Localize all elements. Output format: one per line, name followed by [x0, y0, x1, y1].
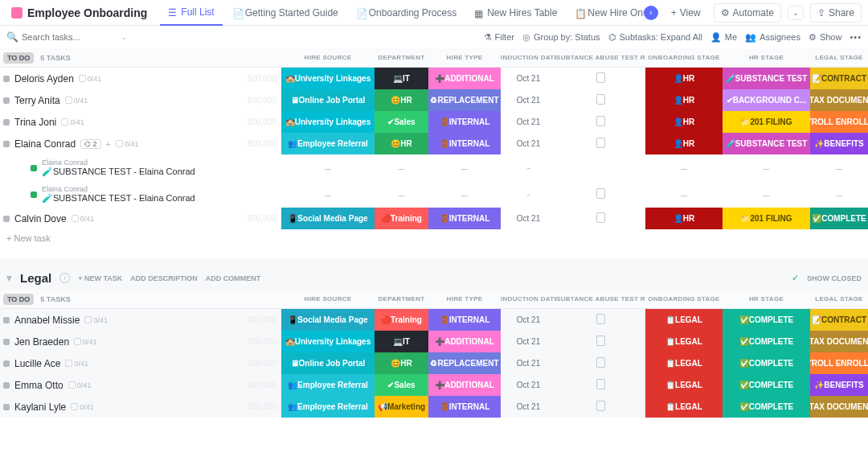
task-name-cell[interactable]: Elaina Conrad ⌬ 2+ 0/41	[0, 138, 201, 150]
status-dot[interactable]	[3, 360, 10, 367]
substance-test-cell[interactable]	[556, 401, 645, 414]
department-badge[interactable]: 💻IT	[375, 68, 428, 89]
hire-type-badge[interactable]: ➕ADDITIONAL	[428, 68, 501, 89]
hire-type-badge[interactable]: ➕ADDITIONAL	[428, 331, 501, 352]
induction-date[interactable]: Oct 21	[501, 96, 556, 105]
substance-test-cell[interactable]	[556, 116, 645, 129]
department-badge[interactable]: ✔Sales	[375, 374, 428, 396]
automate-dropdown[interactable]: ⌄	[788, 6, 804, 20]
status-dot[interactable]	[3, 404, 10, 410]
legal-stage-badge[interactable]: 📄TAX DOCUMENTS	[810, 396, 868, 418]
onboarding-stage-badge[interactable]: 📋LEGAL	[645, 331, 723, 352]
me-button[interactable]: 👤Me	[710, 32, 737, 43]
department-badge[interactable]: 🔴Training	[375, 309, 428, 331]
induction-date[interactable]: Oct 21	[501, 402, 556, 411]
task-name-cell[interactable]: Terry Anita 0/41	[0, 95, 201, 106]
new-task-action[interactable]: + NEW TASK	[78, 274, 122, 282]
search-dropdown[interactable]: ⌄	[121, 34, 127, 41]
substance-test-cell[interactable]	[556, 357, 645, 370]
hire-source-badge[interactable]: 📱Social Media Page	[281, 208, 375, 229]
legal-stage-badge[interactable]: 📄TAX DOCUMENTS	[810, 89, 868, 111]
group-by-button[interactable]: ◎Group by: Status	[522, 32, 600, 43]
status-dot[interactable]	[3, 141, 10, 147]
info-icon[interactable]: i	[59, 273, 70, 283]
task-name-cell[interactable]: Kaylani Lyle 0/41	[0, 401, 201, 413]
automate-button[interactable]: ⚙Automate	[714, 3, 781, 23]
legal-stage-badge[interactable]: ✨BENEFITS	[810, 133, 868, 154]
induction-date[interactable]: Oct 21	[501, 337, 556, 346]
hire-type-badge[interactable]: ♻REPLACEMENT	[428, 89, 501, 111]
onboarding-stage-badge[interactable]: 👤HR	[645, 89, 723, 111]
add-subtask-button[interactable]: +	[106, 139, 111, 149]
induction-date[interactable]: Oct 21	[501, 315, 556, 324]
onboarding-stage-badge[interactable]: 📋LEGAL	[645, 374, 723, 396]
hire-source-badge[interactable]: 🖥Online Job Portal	[281, 352, 375, 374]
subtasks-button[interactable]: ⌬Subtasks: Expand All	[608, 32, 702, 43]
subtask-name-cell[interactable]: Elaina Conrad🧪SUBSTANCE TEST - Elaina Co…	[0, 185, 201, 204]
new-task-button[interactable]: + New task	[0, 229, 868, 247]
hr-stage-badge[interactable]: ✅COMPLETE	[723, 396, 810, 418]
assignees-button[interactable]: 👥Assignees	[745, 32, 800, 43]
onboarding-stage-badge[interactable]: 📋LEGAL	[645, 396, 723, 418]
status-dot[interactable]	[3, 339, 10, 345]
search-input[interactable]	[22, 30, 118, 44]
status-dot[interactable]	[3, 382, 10, 389]
hr-stage-badge[interactable]: ✅COMPLETE	[723, 374, 810, 396]
substance-test-cell[interactable]	[556, 72, 645, 85]
hire-source-badge[interactable]: 👥Employee Referral	[281, 374, 375, 396]
hire-source-badge[interactable]: 🏫University Linkages	[281, 111, 375, 133]
filter-button[interactable]: ⚗Filter	[484, 32, 514, 43]
department-badge[interactable]: 😊HR	[375, 352, 428, 374]
hire-source-badge[interactable]: 🖥Online Job Portal	[281, 89, 375, 111]
induction-date[interactable]: Oct 21	[501, 139, 556, 148]
add-description-action[interactable]: ADD DESCRIPTION	[130, 274, 198, 282]
department-badge[interactable]: 💻IT	[375, 331, 428, 352]
collapse-icon[interactable]: ▶	[6, 275, 14, 281]
status-dot[interactable]	[3, 97, 10, 104]
induction-date[interactable]: Oct 21	[501, 74, 556, 83]
hr-stage-badge[interactable]: 📁201 FILING	[723, 111, 810, 133]
hire-source-badge[interactable]: 👥Employee Referral	[281, 133, 375, 154]
tab-new-hire-form[interactable]: 📋New Hire Onboarding Form	[567, 0, 643, 26]
task-name-cell[interactable]: Deloris Ayden 0/41	[0, 73, 201, 84]
hire-type-badge[interactable]: 🚪INTERNAL	[428, 208, 501, 229]
show-closed-action[interactable]: SHOW CLOSED	[807, 274, 862, 282]
induction-date[interactable]: Oct 21	[501, 214, 556, 223]
task-name-cell[interactable]: Jen Braeden 0/41	[0, 336, 201, 348]
more-menu[interactable]: •••	[850, 32, 862, 42]
subtask-count-pill[interactable]: ⌬ 2	[80, 139, 101, 149]
substance-test-cell[interactable]	[556, 138, 645, 150]
hr-stage-badge[interactable]: ✅COMPLETE	[723, 309, 810, 331]
hire-source-badge[interactable]: 🏫University Linkages	[281, 331, 375, 352]
legal-stage-badge[interactable]: 📄TAX DOCUMENTS	[810, 331, 868, 352]
substance-test-cell[interactable]	[556, 314, 645, 327]
onboarding-stage-badge[interactable]: 📋LEGAL	[645, 352, 723, 374]
department-badge[interactable]: 🔴Training	[375, 208, 428, 229]
onboarding-stage-badge[interactable]: 📋LEGAL	[645, 309, 723, 331]
task-name-cell[interactable]: Lucille Ace 0/41	[0, 358, 201, 369]
task-name-cell[interactable]: Trina Joni 0/41	[0, 117, 201, 128]
task-name-cell[interactable]: Emma Otto 0/41	[0, 380, 201, 391]
status-dot[interactable]	[3, 317, 10, 323]
onboarding-stage-badge[interactable]: 👤HR	[645, 133, 723, 154]
hr-stage-badge[interactable]: 🧪SUBSTANCE TEST	[723, 133, 810, 154]
share-button[interactable]: ⇪Share	[810, 3, 862, 23]
onboarding-stage-badge[interactable]: 👤HR	[645, 68, 723, 89]
add-comment-action[interactable]: ADD COMMENT	[206, 274, 261, 282]
hire-type-badge[interactable]: ♻REPLACEMENT	[428, 352, 501, 374]
induction-date[interactable]: Oct 21	[501, 117, 556, 126]
status-dot[interactable]	[3, 216, 10, 222]
hire-source-badge[interactable]: 🏫University Linkages	[281, 68, 375, 89]
hire-type-badge[interactable]: 🚪INTERNAL	[428, 309, 501, 331]
substance-test-cell[interactable]	[556, 336, 645, 348]
hire-type-badge[interactable]: 🚪INTERNAL	[428, 133, 501, 154]
status-pill[interactable]: TO DO	[3, 52, 34, 64]
department-badge[interactable]: ✔Sales	[375, 111, 428, 133]
legal-stage-badge[interactable]: 📝CONTRACT	[810, 309, 868, 331]
substance-test-cell[interactable]	[556, 212, 645, 225]
hr-stage-badge[interactable]: ✔BACKGROUND C...	[723, 89, 810, 111]
status-dot[interactable]	[31, 191, 37, 198]
tabs-next-arrow[interactable]: ›	[644, 6, 658, 20]
legal-stage-badge[interactable]: ✅COMPLETE	[810, 208, 868, 229]
department-badge[interactable]: 😊HR	[375, 133, 428, 154]
